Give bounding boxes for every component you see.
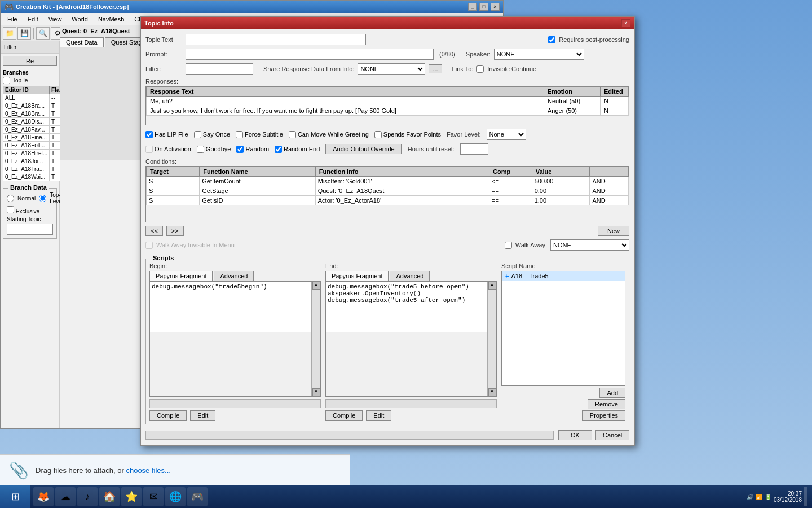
filter-input[interactable] (186, 63, 253, 75)
top-level-checkbox[interactable] (3, 77, 10, 84)
menu-world[interactable]: World (67, 15, 92, 24)
branch-row[interactable]: 0_Ez_A18Fine...T (3, 134, 68, 142)
spends-favor-cb[interactable] (374, 131, 382, 138)
taskbar-cloud[interactable]: ☁ (55, 487, 76, 506)
has-lip-file-label[interactable]: Has LIP File (145, 131, 188, 138)
share-response-btn[interactable]: ... (429, 64, 442, 73)
end-scroll-up[interactable]: ▲ (488, 282, 496, 290)
start-button[interactable]: ⊞ (0, 485, 30, 508)
taskbar-media[interactable]: ♪ (77, 487, 98, 506)
menu-view[interactable]: View (44, 15, 67, 24)
conditions-scroll[interactable]: Target Function Name Function Info Comp … (145, 166, 629, 222)
taskbar-globe[interactable]: 🌐 (165, 487, 186, 506)
begin-tab-advanced[interactable]: Advanced (214, 271, 254, 281)
has-lip-file-cb[interactable] (145, 131, 153, 138)
end-compile-btn[interactable]: Compile (325, 410, 363, 421)
branch-row[interactable]: 0_Ez_A18Joi...T (3, 157, 68, 165)
favor-level-select[interactable]: None (487, 129, 526, 140)
force-subtitle-label[interactable]: Force Subtitle (236, 131, 283, 138)
can-move-cb[interactable] (289, 131, 296, 138)
choose-files-link[interactable]: choose files... (126, 466, 171, 475)
end-scroll-down[interactable]: ▼ (488, 388, 496, 396)
condition-row[interactable]: SGetStageQuest: '0_Ez_A18Quest'==0.00AND (147, 186, 629, 196)
force-subtitle-cb[interactable] (236, 131, 243, 138)
exclusive-checkbox[interactable] (7, 206, 14, 213)
spends-favor-label[interactable]: Spends Favor Points (374, 131, 441, 138)
hours-until-reset-input[interactable]: 0.00 (460, 143, 488, 155)
maximize-btn[interactable]: □ (479, 3, 488, 11)
branch-row[interactable]: 0_Ez_A18Foll...T (3, 142, 68, 150)
taskbar-clock[interactable]: 20:37 03/12/2018 (774, 491, 802, 503)
ok-btn[interactable]: OK (558, 430, 592, 440)
branch-row[interactable]: 0_Ez_A18Hirel...T (3, 150, 68, 157)
menu-edit[interactable]: Edit (23, 15, 43, 24)
end-tab-papyrus[interactable]: Papyrus Fragment (325, 271, 389, 281)
on-activation-label[interactable]: On Activation (145, 146, 191, 153)
end-edit-btn[interactable]: Edit (366, 410, 391, 421)
show-desktop-btn[interactable] (804, 487, 807, 506)
goodbye-label[interactable]: Goodbye (197, 146, 231, 153)
branch-row[interactable]: 0_Ez_A18Bra...T (3, 102, 68, 110)
goodbye-cb[interactable] (197, 146, 204, 153)
starting-topic-input[interactable]: 0_Ez_A18TradeQuestTopic... (7, 224, 53, 235)
prev-btn[interactable]: << (145, 226, 163, 236)
can-move-label[interactable]: Can Move While Greeting (289, 131, 369, 138)
next-btn[interactable]: >> (166, 226, 184, 236)
top-level-radio[interactable] (39, 195, 46, 202)
revert-button[interactable]: Re (3, 56, 57, 66)
walk-away-select[interactable]: NONE (550, 239, 629, 251)
tab-quest-data[interactable]: Quest Data (60, 37, 104, 47)
toolbar-btn-1[interactable]: 📁 (3, 27, 16, 40)
script-item[interactable]: +A18__Trade5 (502, 271, 625, 281)
prompt-input[interactable] (186, 49, 434, 60)
share-response-select[interactable]: NONE (358, 63, 425, 75)
say-once-label[interactable]: Say Once (194, 131, 230, 138)
taskbar-mail[interactable]: ✉ (143, 487, 164, 506)
topic-text-input[interactable]: I need to trade somethings with you. [Tr… (186, 34, 366, 45)
branch-row[interactable]: ALL-- (3, 94, 68, 102)
speaker-select[interactable]: NONE (494, 49, 584, 60)
random-end-label[interactable]: Random End (275, 146, 320, 153)
topic-close-btn[interactable]: × (621, 19, 630, 27)
taskbar-firefox[interactable]: 🦊 (33, 487, 54, 506)
say-once-cb[interactable] (194, 131, 201, 138)
condition-row[interactable]: SGetItemCountMiscItem: 'Gold001'<=500.00… (147, 177, 629, 186)
requires-post-processing-checkbox[interactable] (548, 36, 555, 43)
begin-scroll-down[interactable]: ▼ (312, 388, 320, 396)
begin-scroll-up[interactable]: ▲ (312, 282, 320, 290)
condition-row[interactable]: SGetIsIDActor: '0_Ez_ActorA18'==1.00AND (147, 196, 629, 205)
new-btn[interactable]: New (598, 226, 629, 236)
random-cb[interactable] (236, 146, 244, 153)
end-tab-advanced[interactable]: Advanced (390, 271, 430, 281)
random-label[interactable]: Random (236, 146, 269, 153)
begin-edit-btn[interactable]: Edit (190, 410, 215, 421)
taskbar-game[interactable]: 🎮 (187, 487, 208, 506)
invisible-continue-checkbox[interactable] (476, 65, 484, 73)
branch-row[interactable]: 0_Ez_A18Bra...T (3, 110, 68, 118)
begin-tab-papyrus[interactable]: Papyrus Fragment (149, 271, 213, 281)
branch-row[interactable]: 0_Ez_A18Wai...T (3, 173, 68, 181)
random-end-cb[interactable] (275, 146, 282, 153)
normal-radio[interactable] (7, 195, 14, 202)
begin-hscroll[interactable] (149, 399, 321, 408)
scripts-list[interactable]: +A18__Trade5 (501, 271, 625, 386)
branch-row[interactable]: 0_Ez_A18Fav...T (3, 126, 68, 134)
begin-code-textarea[interactable]: debug.messagebox("trade5begin") (150, 282, 320, 332)
menu-navmesh[interactable]: NavMesh (94, 15, 129, 24)
add-script-btn[interactable]: Add (599, 388, 625, 398)
toolbar-btn-2[interactable]: 💾 (17, 27, 31, 40)
response-row[interactable]: Me, uh?Neutral (50)N (147, 97, 629, 106)
responses-scroll[interactable]: Response Text Emotion Edited Me, uh?Neut… (145, 86, 629, 125)
properties-script-btn[interactable]: Properties (582, 410, 625, 421)
taskbar-star[interactable]: ⭐ (121, 487, 142, 506)
audio-output-override-btn[interactable]: Audio Output Override (325, 144, 401, 154)
begin-compile-btn[interactable]: Compile (149, 410, 187, 421)
minimize-btn[interactable]: _ (468, 3, 477, 11)
taskbar-folder[interactable]: 🏠 (99, 487, 120, 506)
response-row[interactable]: Just so you know, I don't work for free.… (147, 106, 629, 116)
close-btn[interactable]: × (491, 3, 500, 11)
remove-script-btn[interactable]: Remove (588, 399, 625, 409)
bottom-hscroll[interactable] (145, 431, 554, 440)
menu-file[interactable]: File (3, 15, 22, 24)
end-code-textarea[interactable]: debug.messagebox("trade5 before open") a… (326, 282, 496, 332)
